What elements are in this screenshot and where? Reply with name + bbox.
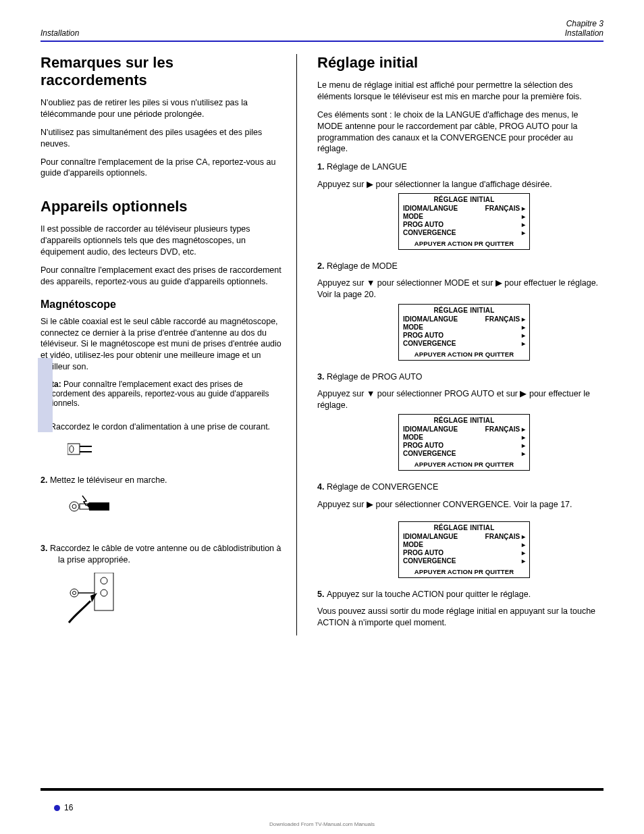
chapter-left: Installation <box>41 28 79 38</box>
svg-point-10 <box>101 577 107 584</box>
left-step-3-text: Raccordez le câble de votre antenne ou d… <box>50 544 281 565</box>
page-number: 16 <box>54 803 73 812</box>
menu-row-langue: IDIOMA/LANGUE <box>403 205 458 212</box>
left-step-3: 3. Raccordez le câble de votre antenne o… <box>41 543 283 566</box>
svg-rect-7 <box>89 502 109 511</box>
download-credit: Downloaded From TV-Manual.com Manuals <box>0 821 644 827</box>
arrow-icon: ▸ <box>522 340 525 347</box>
svg-marker-8 <box>86 502 89 508</box>
intro-para-2: Ces éléments sont : le choix de la LANGU… <box>317 109 603 155</box>
menu-title: RÉGLAGE INITIAL <box>399 522 529 533</box>
menu-row-prog: PROG AUTO <box>403 221 444 228</box>
left-step-1: 1. Raccordez le cordon d'alimentation à … <box>41 421 283 433</box>
para-batteries-2: N'utilisez pas simultanément des piles u… <box>41 127 283 150</box>
heading-vcr: Magnétoscope <box>41 298 283 311</box>
right-step-3: 3. Réglage de PROG AUTO <box>317 371 603 383</box>
menu-row-mode: MODE <box>403 541 423 548</box>
right-step-4: 4. Réglage de CONVERGENCE <box>317 481 603 493</box>
heading-remarks: Remarques sur les raccordements <box>41 54 283 89</box>
menu-row-langue-val: FRANÇAIS ▸ <box>485 425 525 433</box>
note-body: Pour connaître l'emplacement exact des p… <box>41 380 269 408</box>
heading-equipment: Appareils optionnels <box>41 198 283 215</box>
menu-row-langue: IDIOMA/LANGUE <box>403 533 458 540</box>
chapter-header: Installation Chapitre 3 Installation <box>41 19 603 38</box>
right-step-4-title: Réglage de CONVERGENCE <box>327 482 438 492</box>
menu-row-langue-val: FRANÇAIS ▸ <box>485 533 525 540</box>
left-step-2-text: Mettez le téléviseur en marche. <box>50 475 167 485</box>
menu-footer: APPUYER ACTION PR QUITTER <box>399 565 529 577</box>
para-equipment-1: Il est possible de raccorder au télévise… <box>41 224 283 258</box>
menu-row-conv: CONVERGENCE <box>403 229 456 236</box>
arrow-icon: ▸ <box>522 332 525 339</box>
right-step-5: 5. Appuyez sur la touche ACTION pour qui… <box>317 589 603 600</box>
right-step-2-instr: Appuyez sur ▼ pour sélectionner MODE et … <box>317 278 603 301</box>
menu-title: RÉGLAGE INITIAL <box>399 415 529 425</box>
arrow-icon: ▸ <box>522 323 525 331</box>
menu-row-conv: CONVERGENCE <box>403 557 456 565</box>
chapter-number: Chapitre 3 <box>565 19 603 28</box>
svg-marker-15 <box>90 593 97 602</box>
right-step-3-title: Réglage de PROG AUTO <box>327 372 423 382</box>
chapter-title: Installation <box>565 28 603 38</box>
arrow-icon: ▸ <box>522 541 525 548</box>
svg-point-12 <box>70 589 78 597</box>
menu-title: RÉGLAGE INITIAL <box>399 194 529 205</box>
menu-row-mode: MODE <box>403 213 423 220</box>
right-step-1-instr: Appuyez sur ▶ pour sélectionner la langu… <box>317 179 603 190</box>
cable-connect-icon <box>68 573 283 627</box>
heading-initial-setup: Réglage initial <box>317 54 603 72</box>
arrow-icon: ▸ <box>522 442 525 449</box>
menu-row-langue: IDIOMA/LANGUE <box>403 315 458 323</box>
right-step-4-instr: Appuyez sur ▶ pour sélectionner CONVERGE… <box>317 499 603 511</box>
menu-row-langue: IDIOMA/LANGUE <box>403 425 458 433</box>
menu-row-prog: PROG AUTO <box>403 549 444 556</box>
svg-point-3 <box>70 446 74 452</box>
menu-row-langue-val: FRANÇAIS ▸ <box>485 205 525 212</box>
power-button-press-icon <box>68 493 283 516</box>
para-vcr-1: Si le câble coaxial est le seul câble ra… <box>41 316 283 373</box>
arrow-icon: ▸ <box>522 557 525 565</box>
menu-prog: RÉGLAGE INITIAL IDIOMA/LANGUEFRANÇAIS ▸ … <box>398 414 530 471</box>
right-step-1: 1. Réglage de LANGUE <box>317 161 603 173</box>
plug-icon <box>68 440 283 459</box>
right-step-2: 2. Réglage de MODE <box>317 261 603 272</box>
menu-footer: APPUYER ACTION PR QUITTER <box>399 458 529 470</box>
bullet-icon <box>54 805 60 811</box>
arrow-icon: ▸ <box>522 450 525 457</box>
left-step-1-text: Raccordez le cordon d'alimentation à une… <box>50 422 270 432</box>
left-step-2: 2. Mettez le téléviseur en marche. <box>41 475 283 486</box>
arrow-icon: ▸ <box>522 434 525 441</box>
footer-rule <box>41 788 603 791</box>
page-number-text: 16 <box>64 803 73 812</box>
menu-row-conv: CONVERGENCE <box>403 340 456 347</box>
para-equipment-2: Pour connaître l'emplacement exact des p… <box>41 265 283 288</box>
right-step-3-instr: Appuyez sur ▼ pour sélectionner PROG AUT… <box>317 388 603 412</box>
header-rule <box>41 41 603 42</box>
menu-row-conv: CONVERGENCE <box>403 450 456 457</box>
menu-row-mode: MODE <box>403 434 423 441</box>
menu-mode: RÉGLAGE INITIAL IDIOMA/LANGUEFRANÇAIS ▸ … <box>398 304 530 361</box>
svg-rect-9 <box>95 573 113 610</box>
right-step-5-text: Appuyez sur la touche ACTION pour quitte… <box>327 590 531 599</box>
menu-row-prog: PROG AUTO <box>403 332 444 339</box>
note-block: Nota: Pour connaître l'emplacement exact… <box>41 380 283 408</box>
menu-row-mode: MODE <box>403 323 423 331</box>
menu-footer: APPUYER ACTION PR QUITTER <box>399 348 529 360</box>
menu-footer: APPUYER ACTION PR QUITTER <box>399 237 529 249</box>
svg-point-11 <box>101 590 107 596</box>
right-step-2-title: Réglage de MODE <box>327 261 398 271</box>
svg-point-4 <box>70 502 79 511</box>
arrow-icon: ▸ <box>522 229 525 236</box>
right-step-1-title: Réglage de LANGUE <box>327 162 407 172</box>
intro-para-1: Le menu de réglage initial est affiché p… <box>317 80 603 103</box>
arrow-icon: ▸ <box>522 549 525 556</box>
arrow-icon: ▸ <box>522 213 525 220</box>
closing-para: Vous pouvez aussi sortir du mode réglage… <box>317 606 603 629</box>
svg-point-5 <box>72 504 76 509</box>
menu-langue: RÉGLAGE INITIAL IDIOMA/LANGUEFRANÇAIS ▸ … <box>398 193 530 250</box>
arrow-icon: ▸ <box>522 221 525 228</box>
menu-conv: RÉGLAGE INITIAL IDIOMA/LANGUEFRANÇAIS ▸ … <box>398 521 530 578</box>
menu-title: RÉGLAGE INITIAL <box>399 305 529 315</box>
svg-point-13 <box>73 591 76 594</box>
sidebar-tab <box>38 358 53 432</box>
